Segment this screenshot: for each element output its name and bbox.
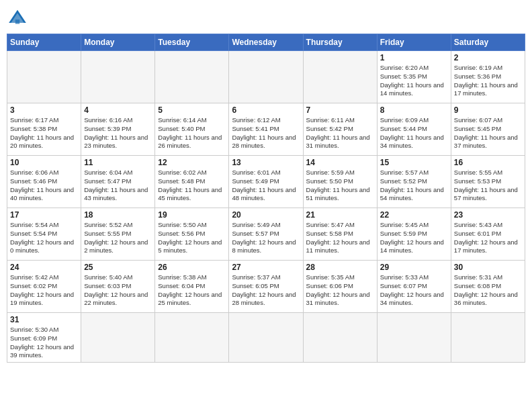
day-number: 19 — [158, 210, 226, 220]
day-info: Sunrise: 6:16 AM Sunset: 5:39 PM Dayligh… — [84, 116, 152, 150]
day-number: 25 — [84, 263, 152, 272]
day-info: Sunrise: 5:38 AM Sunset: 6:04 PM Dayligh… — [158, 273, 226, 308]
day-info: Sunrise: 6:09 AM Sunset: 5:44 PM Dayligh… — [380, 116, 448, 150]
calendar-cell — [451, 313, 525, 363]
calendar-cell: 14Sunrise: 5:59 AM Sunset: 5:50 PM Dayli… — [303, 156, 377, 208]
day-info: Sunrise: 5:35 AM Sunset: 6:06 PM Dayligh… — [306, 273, 374, 308]
day-info: Sunrise: 6:12 AM Sunset: 5:41 PM Dayligh… — [232, 116, 300, 150]
week-row-4: 17Sunrise: 5:54 AM Sunset: 5:54 PM Dayli… — [7, 208, 525, 261]
weekday-header-monday: Monday — [81, 34, 155, 51]
day-info: Sunrise: 6:17 AM Sunset: 5:38 PM Dayligh… — [10, 116, 78, 150]
calendar-cell — [303, 313, 377, 363]
day-number: 3 — [10, 105, 78, 115]
day-number: 14 — [306, 158, 374, 167]
day-number: 21 — [306, 210, 374, 220]
calendar-cell: 9Sunrise: 6:07 AM Sunset: 5:45 PM Daylig… — [451, 103, 525, 156]
calendar-cell — [81, 313, 155, 363]
calendar-cell: 29Sunrise: 5:33 AM Sunset: 6:07 PM Dayli… — [377, 261, 451, 313]
day-info: Sunrise: 6:06 AM Sunset: 5:46 PM Dayligh… — [10, 169, 78, 203]
day-info: Sunrise: 5:45 AM Sunset: 5:59 PM Dayligh… — [380, 221, 448, 255]
day-info: Sunrise: 5:57 AM Sunset: 5:52 PM Dayligh… — [380, 169, 448, 203]
calendar-cell: 16Sunrise: 5:55 AM Sunset: 5:53 PM Dayli… — [451, 156, 525, 208]
week-row-3: 10Sunrise: 6:06 AM Sunset: 5:46 PM Dayli… — [7, 156, 525, 208]
weekday-header-tuesday: Tuesday — [155, 34, 229, 51]
calendar-cell: 22Sunrise: 5:45 AM Sunset: 5:59 PM Dayli… — [377, 208, 451, 261]
weekday-header-friday: Friday — [377, 34, 451, 51]
weekday-header-row: SundayMondayTuesdayWednesdayThursdayFrid… — [7, 34, 525, 51]
day-info: Sunrise: 6:19 AM Sunset: 5:36 PM Dayligh… — [454, 64, 522, 98]
week-row-2: 3Sunrise: 6:17 AM Sunset: 5:38 PM Daylig… — [7, 103, 525, 156]
calendar-cell: 31Sunrise: 5:30 AM Sunset: 6:09 PM Dayli… — [7, 313, 81, 363]
week-row-1: 1Sunrise: 6:20 AM Sunset: 5:35 PM Daylig… — [7, 51, 525, 103]
day-info: Sunrise: 5:40 AM Sunset: 6:03 PM Dayligh… — [84, 273, 152, 308]
day-number: 30 — [454, 263, 522, 272]
day-number: 24 — [10, 263, 78, 272]
day-info: Sunrise: 5:59 AM Sunset: 5:50 PM Dayligh… — [306, 169, 374, 203]
day-info: Sunrise: 5:54 AM Sunset: 5:54 PM Dayligh… — [10, 221, 78, 255]
calendar-cell: 4Sunrise: 6:16 AM Sunset: 5:39 PM Daylig… — [81, 103, 155, 156]
calendar-cell: 18Sunrise: 5:52 AM Sunset: 5:55 PM Dayli… — [81, 208, 155, 261]
day-number: 16 — [454, 158, 522, 167]
day-info: Sunrise: 5:33 AM Sunset: 6:07 PM Dayligh… — [380, 273, 448, 308]
calendar-cell — [81, 51, 155, 103]
day-number: 1 — [380, 53, 448, 62]
day-number: 9 — [454, 105, 522, 115]
day-number: 22 — [380, 210, 448, 220]
day-info: Sunrise: 5:31 AM Sunset: 6:08 PM Dayligh… — [454, 273, 522, 308]
day-info: Sunrise: 5:42 AM Sunset: 6:02 PM Dayligh… — [10, 273, 78, 308]
header — [7, 7, 525, 28]
logo-icon — [7, 7, 28, 28]
calendar-cell: 11Sunrise: 6:04 AM Sunset: 5:47 PM Dayli… — [81, 156, 155, 208]
day-number: 23 — [454, 210, 522, 220]
day-number: 6 — [232, 105, 300, 115]
calendar-cell: 2Sunrise: 6:19 AM Sunset: 5:36 PM Daylig… — [451, 51, 525, 103]
day-info: Sunrise: 6:02 AM Sunset: 5:48 PM Dayligh… — [158, 169, 226, 203]
day-info: Sunrise: 6:07 AM Sunset: 5:45 PM Dayligh… — [454, 116, 522, 150]
day-number: 12 — [158, 158, 226, 167]
week-row-6: 31Sunrise: 5:30 AM Sunset: 6:09 PM Dayli… — [7, 313, 525, 363]
day-info: Sunrise: 5:43 AM Sunset: 6:01 PM Dayligh… — [454, 221, 522, 255]
day-number: 8 — [380, 105, 448, 115]
day-number: 11 — [84, 158, 152, 167]
day-number: 5 — [158, 105, 226, 115]
calendar-cell: 12Sunrise: 6:02 AM Sunset: 5:48 PM Dayli… — [155, 156, 229, 208]
day-number: 31 — [10, 315, 78, 324]
day-info: Sunrise: 6:04 AM Sunset: 5:47 PM Dayligh… — [84, 169, 152, 203]
calendar-cell: 5Sunrise: 6:14 AM Sunset: 5:40 PM Daylig… — [155, 103, 229, 156]
page: SundayMondayTuesdayWednesdayThursdayFrid… — [0, 0, 532, 411]
day-info: Sunrise: 5:50 AM Sunset: 5:56 PM Dayligh… — [158, 221, 226, 255]
calendar-cell — [7, 51, 81, 103]
day-number: 15 — [380, 158, 448, 167]
day-info: Sunrise: 5:30 AM Sunset: 6:09 PM Dayligh… — [10, 326, 78, 360]
day-number: 26 — [158, 263, 226, 272]
calendar-cell: 27Sunrise: 5:37 AM Sunset: 6:05 PM Dayli… — [229, 261, 303, 313]
calendar-cell — [229, 313, 303, 363]
calendar-cell: 6Sunrise: 6:12 AM Sunset: 5:41 PM Daylig… — [229, 103, 303, 156]
day-number: 27 — [232, 263, 300, 272]
calendar-cell: 20Sunrise: 5:49 AM Sunset: 5:57 PM Dayli… — [229, 208, 303, 261]
day-number: 18 — [84, 210, 152, 220]
calendar-cell: 19Sunrise: 5:50 AM Sunset: 5:56 PM Dayli… — [155, 208, 229, 261]
weekday-header-wednesday: Wednesday — [229, 34, 303, 51]
day-number: 13 — [232, 158, 300, 167]
svg-rect-2 — [15, 19, 19, 24]
day-info: Sunrise: 6:20 AM Sunset: 5:35 PM Dayligh… — [380, 64, 448, 98]
calendar-cell: 7Sunrise: 6:11 AM Sunset: 5:42 PM Daylig… — [303, 103, 377, 156]
logo — [7, 7, 31, 28]
day-number: 29 — [380, 263, 448, 272]
calendar-cell — [377, 313, 451, 363]
calendar-cell: 1Sunrise: 6:20 AM Sunset: 5:35 PM Daylig… — [377, 51, 451, 103]
day-info: Sunrise: 6:01 AM Sunset: 5:49 PM Dayligh… — [232, 169, 300, 203]
calendar-cell: 28Sunrise: 5:35 AM Sunset: 6:06 PM Dayli… — [303, 261, 377, 313]
day-number: 17 — [10, 210, 78, 220]
calendar-cell: 13Sunrise: 6:01 AM Sunset: 5:49 PM Dayli… — [229, 156, 303, 208]
calendar-cell: 25Sunrise: 5:40 AM Sunset: 6:03 PM Dayli… — [81, 261, 155, 313]
calendar-cell — [303, 51, 377, 103]
day-info: Sunrise: 5:47 AM Sunset: 5:58 PM Dayligh… — [306, 221, 374, 255]
calendar-cell: 8Sunrise: 6:09 AM Sunset: 5:44 PM Daylig… — [377, 103, 451, 156]
calendar-cell: 26Sunrise: 5:38 AM Sunset: 6:04 PM Dayli… — [155, 261, 229, 313]
calendar-cell: 10Sunrise: 6:06 AM Sunset: 5:46 PM Dayli… — [7, 156, 81, 208]
weekday-header-sunday: Sunday — [7, 34, 81, 51]
day-info: Sunrise: 6:14 AM Sunset: 5:40 PM Dayligh… — [158, 116, 226, 150]
calendar-cell — [155, 313, 229, 363]
